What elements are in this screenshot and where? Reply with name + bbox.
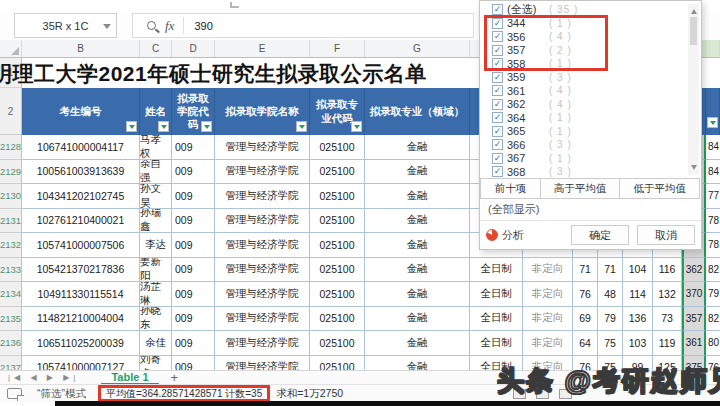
cell-exam-id[interactable]: 114821210004004	[22, 307, 140, 332]
checkbox-checked-icon[interactable]	[492, 99, 503, 110]
checkbox-checked-icon[interactable]	[492, 31, 503, 42]
filter-option[interactable]: 344( 1 )	[480, 17, 701, 31]
cell-score4[interactable]: 119	[653, 331, 682, 356]
cell-major-code[interactable]: 025100	[310, 209, 365, 234]
column-letter-F[interactable]: F	[310, 40, 365, 58]
filter-option[interactable]: 367( 1 )	[480, 152, 701, 166]
cell-name[interactable]: 马孝权	[140, 135, 172, 160]
cell-next-partial[interactable]: 78	[706, 233, 720, 258]
column-letter-C[interactable]: C	[140, 40, 172, 58]
show-all-link[interactable]: (全部显示)	[480, 199, 701, 221]
cell-college-code[interactable]: 009	[172, 307, 215, 332]
cell-name[interactable]: 余自强	[140, 160, 172, 185]
cell-score2[interactable]: 75	[598, 331, 623, 356]
checkbox-checked-icon[interactable]	[492, 4, 503, 15]
row-number[interactable]: 2134	[0, 282, 22, 307]
cell-name[interactable]: 孙晓东	[140, 307, 172, 332]
cell-total-selected[interactable]: 362	[682, 258, 706, 283]
cell-name[interactable]: 汤芷琳	[140, 282, 172, 307]
cell-score4[interactable]: 73	[653, 307, 682, 332]
filter-button-icon[interactable]	[201, 121, 212, 132]
cell-major-code[interactable]: 025100	[310, 331, 365, 356]
cell-score2[interactable]: 71	[598, 258, 623, 283]
cell-major-code[interactable]: 025100	[310, 282, 365, 307]
cell-major-code[interactable]: 025100	[310, 160, 365, 185]
filter-option[interactable]: 365( 1 )	[480, 125, 701, 139]
cell-major[interactable]: 金融	[365, 258, 470, 283]
checkbox-checked-icon[interactable]	[492, 153, 503, 164]
cell-score3[interactable]: 114	[623, 282, 653, 307]
row-number[interactable]: 2129	[0, 160, 22, 185]
row-number[interactable]: 2135	[0, 307, 22, 332]
header-exam-id[interactable]: 考生编号	[22, 88, 140, 135]
cell-name[interactable]: 李达	[140, 233, 172, 258]
row-number[interactable]: 2130	[0, 184, 22, 209]
cell-next-partial[interactable]: 78	[706, 209, 720, 234]
header-name[interactable]: 姓名	[140, 88, 172, 135]
cell-score1[interactable]: 69	[573, 307, 598, 332]
cell-college-code[interactable]: 009	[172, 258, 215, 283]
cell-college-code[interactable]: 009	[172, 184, 215, 209]
scroll-down-icon[interactable]	[691, 165, 697, 173]
scroll-thumb[interactable]	[690, 17, 697, 45]
header-major[interactable]: 拟录取专业（领域）	[365, 88, 470, 135]
cell-major-code[interactable]: 025100	[310, 258, 365, 283]
row-number-2[interactable]: 2	[0, 88, 22, 135]
filter-button-icon[interactable]	[158, 121, 169, 132]
cell-exam-id[interactable]: 106741000004117	[22, 135, 140, 160]
cell-college[interactable]: 管理与经济学院	[215, 307, 310, 332]
cell-college[interactable]: 管理与经济学院	[215, 209, 310, 234]
formula-bar-value[interactable]: 390	[194, 20, 212, 32]
magnifier-icon[interactable]	[147, 21, 156, 30]
header-college-name[interactable]: 拟录取学院名称	[215, 88, 310, 135]
header-partial[interactable]	[706, 88, 720, 135]
row-number[interactable]: 2131	[0, 209, 22, 234]
cell-mode[interactable]: 全日制	[470, 258, 523, 283]
cell-orientation[interactable]: 非定向	[523, 258, 573, 283]
cell-major[interactable]: 金融	[365, 282, 470, 307]
checkbox-checked-icon[interactable]	[492, 139, 503, 150]
analyze-pie-icon[interactable]	[486, 229, 498, 241]
cell-score1[interactable]: 76	[573, 282, 598, 307]
column-letter-D[interactable]: D	[172, 40, 215, 58]
cell-next-partial[interactable]: 84	[706, 135, 720, 160]
filter-option[interactable]: 362( 4 )	[480, 98, 701, 112]
filter-option[interactable]: 357( 2 )	[480, 44, 701, 58]
filter-button-icon[interactable]	[126, 121, 137, 132]
scroll-up-icon[interactable]	[691, 6, 697, 14]
filter-option[interactable]: 359( 3 )	[480, 71, 701, 85]
select-all-corner[interactable]	[0, 40, 22, 58]
cell-name[interactable]: 余佳	[140, 331, 172, 356]
cell-college[interactable]: 管理与经济学院	[215, 135, 310, 160]
cell-name[interactable]: 孙文昊	[140, 184, 172, 209]
analyze-link[interactable]: 分析	[502, 228, 524, 243]
cell-score2[interactable]: 48	[598, 282, 623, 307]
row-number[interactable]: 2136	[0, 331, 22, 356]
checkbox-checked-icon[interactable]	[492, 112, 503, 123]
filter-option[interactable]: 368( 3 )	[480, 165, 701, 179]
filter-option-select-all[interactable]: (全选) ( 35 )	[480, 3, 701, 17]
row-number[interactable]: 2133	[0, 258, 22, 283]
cell-major[interactable]: 金融	[365, 160, 470, 185]
cell-score3[interactable]: 136	[623, 307, 653, 332]
filter-button-icon[interactable]	[351, 121, 362, 132]
cell-name[interactable]: 姜新阳	[140, 258, 172, 283]
cell-college[interactable]: 管理与经济学院	[215, 331, 310, 356]
column-letter-G[interactable]: G	[365, 40, 470, 58]
sheet-nav-icons[interactable]: |◀ ◀ ▶ ▶|	[8, 373, 79, 382]
cell-name[interactable]: 孙瑞鑫	[140, 209, 172, 234]
cell-exam-id[interactable]: 106511025200039	[22, 331, 140, 356]
cell-orientation[interactable]: 非定向	[523, 331, 573, 356]
cell-score3[interactable]: 104	[623, 258, 653, 283]
filter-option[interactable]: 358( 1 )	[480, 57, 701, 71]
cell-mode[interactable]: 全日制	[470, 282, 523, 307]
column-letter-selected[interactable]	[706, 40, 720, 58]
cell-college[interactable]: 管理与经济学院	[215, 258, 310, 283]
cell-major-code[interactable]: 025100	[310, 135, 365, 160]
cell-major[interactable]: 金融	[365, 209, 470, 234]
cell-exam-id[interactable]: 105421370217836	[22, 258, 140, 283]
filter-button-icon[interactable]	[707, 117, 718, 128]
header-major-code[interactable]: 拟录取专业代码	[310, 88, 365, 135]
filter-option[interactable]: 356( 4 )	[480, 30, 701, 44]
cell-college[interactable]: 管理与经济学院	[215, 282, 310, 307]
